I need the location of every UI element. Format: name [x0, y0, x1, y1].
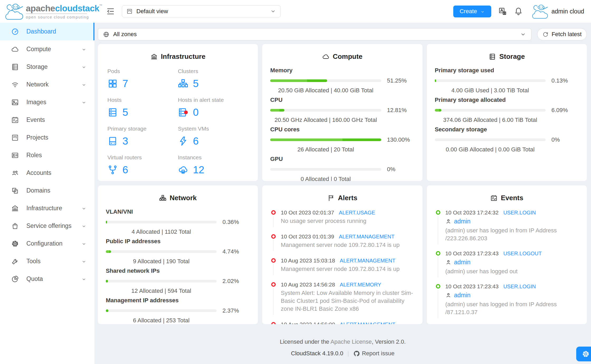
progress-fill — [270, 138, 381, 141]
metric-label: CPU cores — [270, 126, 414, 133]
create-button[interactable]: Create — [453, 6, 491, 17]
metric-percent: 0.13% — [551, 77, 579, 84]
sidebar-item[interactable]: Service offerings — [0, 217, 94, 235]
bank-icon — [11, 204, 19, 212]
thunderbolt-icon — [178, 136, 188, 146]
user-icon — [445, 292, 451, 298]
alert-item: 10 Oct 2023 01:01:39 ALERT.MANAGEMENT Ma… — [271, 233, 414, 249]
stat-value-link[interactable]: 5 — [107, 107, 178, 118]
stat-value-link[interactable]: 12 — [178, 164, 248, 176]
infra-stat: Hosts 5 — [107, 97, 178, 118]
infra-stat: Hosts in alert state 0 — [178, 97, 248, 118]
sidebar-item[interactable]: Domains — [0, 182, 94, 199]
metric-label: Shared network IPs — [106, 267, 250, 274]
stat-value-link[interactable]: 6 — [178, 135, 248, 147]
sidebar: apachecloudstack™ open source cloud comp… — [0, 0, 94, 364]
metric-detail: 20.50 GiB Allocated | 40.00 GiB Total — [270, 87, 381, 94]
events-card: Events 10 Oct 2023 17:24:32 USER.LOGIN a… — [427, 185, 587, 324]
stat-value-link[interactable]: 3 — [107, 135, 178, 147]
event-item: 10 Oct 2023 17:24:32 USER.LOGIN admin (a… — [436, 209, 579, 242]
sidebar-item[interactable]: Infrastructure — [0, 199, 94, 217]
stat-label: Instances — [178, 154, 248, 161]
sidebar-item[interactable]: Tools — [0, 252, 94, 270]
user-menu[interactable]: admin cloud — [530, 3, 584, 20]
alert-type-link[interactable]: ALERT.MEMORY — [340, 281, 381, 288]
network-card: Network VLAN/VNI 0.36% 4 Allocated | 110… — [98, 185, 258, 324]
event-item: 10 Oct 2023 17:22:42 USER.LOGOUT admin — [436, 324, 579, 324]
zone-selector[interactable]: All zones — [98, 28, 531, 40]
event-user-link[interactable]: admin — [454, 258, 471, 267]
metric-detail: 20.50 GHz Allocated | 160.00 GHz Total — [270, 117, 381, 123]
alert-dot — [271, 210, 276, 215]
alert-type-link[interactable]: ALERT.MANAGEMENT — [339, 233, 394, 240]
progress-track — [435, 109, 546, 112]
project-icon — [11, 134, 19, 142]
chevron-down-icon — [81, 82, 87, 87]
event-type-link[interactable]: USER.LOGOUT — [503, 324, 542, 324]
stat-number: 3 — [122, 135, 128, 147]
event-dot — [436, 251, 440, 256]
sidebar-item[interactable]: Storage — [0, 58, 94, 76]
fetch-latest-button[interactable]: Fetch latest — [537, 28, 587, 40]
event-user-link[interactable]: admin — [454, 291, 471, 300]
sidebar-item[interactable]: Compute — [0, 40, 94, 58]
sidebar-item[interactable]: Projects — [0, 129, 94, 146]
sidebar-item[interactable]: Images — [0, 93, 94, 111]
sidebar-item-label: Storage — [26, 63, 48, 70]
compute-card-title: Compute — [270, 52, 414, 61]
event-type-link[interactable]: USER.LOGOUT — [503, 250, 542, 257]
project-icon — [126, 8, 133, 15]
sidebar-item[interactable]: Events — [0, 111, 94, 129]
chevron-down-icon — [81, 259, 87, 264]
event-dot — [436, 284, 440, 289]
flag-icon — [327, 194, 335, 202]
storage-card: Storage Primary storage used 0.13% 4.00 … — [427, 44, 587, 181]
settings-float-button[interactable] — [576, 347, 591, 361]
alert-dot — [271, 234, 276, 239]
sidebar-item[interactable]: Roles — [0, 146, 94, 164]
sidebar-item[interactable]: Network — [0, 76, 94, 93]
menu-fold-button[interactable] — [106, 7, 115, 16]
alert-time: 10 Aug 2023 14:56:28 — [281, 281, 335, 288]
alerts-card-title: Alerts — [270, 194, 414, 202]
event-time: 10 Oct 2023 17:23:43 — [445, 250, 499, 257]
sidebar-item[interactable]: Configuration — [0, 235, 94, 252]
sidebar-item[interactable]: Quota — [0, 270, 94, 288]
stat-value-link[interactable]: 0 — [178, 107, 248, 118]
notification-bell-button[interactable] — [514, 7, 523, 16]
event-description: (admin) user has logged in from IP Addre… — [445, 300, 579, 316]
chevron-down-icon — [270, 8, 276, 15]
metric-detail: 12 Allocated | 594 Total — [106, 288, 217, 294]
alert-type-link[interactable]: ALERT.MANAGEMENT — [340, 257, 395, 264]
event-type-link[interactable]: USER.LOGIN — [503, 209, 536, 216]
progress-track — [106, 309, 217, 312]
alert-item: 10 Oct 2023 02:01:37 ALERT.USAGE No usag… — [271, 209, 414, 225]
sidebar-item[interactable]: Dashboard — [0, 23, 94, 40]
metric-percent: 2.37% — [222, 307, 250, 314]
sidebar-item[interactable]: Accounts — [0, 164, 94, 182]
report-issue-link[interactable]: Report issue — [353, 349, 395, 357]
sidebar-item-label: Events — [26, 116, 45, 123]
stat-value-link[interactable]: 6 — [107, 164, 178, 176]
usage-metric: CPU 12.81% 20.50 GHz Allocated | 160.00 … — [270, 97, 414, 123]
translation-button[interactable] — [498, 7, 507, 16]
alert-dot — [271, 322, 276, 324]
zone-selector-value: All zones — [113, 31, 137, 38]
chevron-down-icon — [520, 31, 526, 38]
usage-metric: Public IP addresses 4.74% 9 Allocated | … — [106, 238, 250, 265]
view-selector[interactable]: Default view — [122, 5, 281, 17]
event-type-link[interactable]: USER.LOGIN — [503, 283, 536, 290]
apache-license-link[interactable]: Apache License — [331, 338, 372, 345]
stat-value-link[interactable]: 7 — [107, 78, 178, 89]
alert-type-link[interactable]: ALERT.MANAGEMENT — [340, 321, 395, 324]
progress-track — [106, 250, 217, 253]
compute-card: Compute Memory 51.25% 20.50 GiB Allocate… — [262, 44, 422, 181]
alert-type-link[interactable]: ALERT.USAGE — [339, 209, 375, 216]
progress-fill — [435, 109, 442, 112]
usage-metric: Primary storage allocated 6.09% 374.06 G… — [435, 97, 579, 123]
stat-label: Clusters — [178, 68, 248, 74]
chevron-down-icon — [81, 100, 87, 105]
stat-number: 12 — [193, 164, 204, 176]
stat-value-link[interactable]: 5 — [178, 78, 248, 89]
event-user-link[interactable]: admin — [454, 217, 471, 226]
